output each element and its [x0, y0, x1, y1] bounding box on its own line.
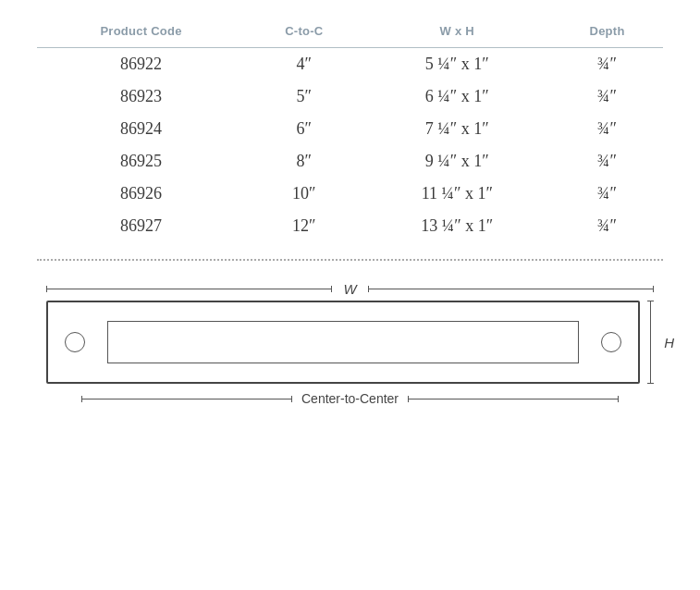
- center-cutout: [107, 321, 579, 363]
- cell-depth-5: ¾″: [551, 210, 663, 242]
- col-header-product-code: Product Code: [37, 18, 245, 48]
- cell-wxh-0: 5 ¼″ x 1″: [362, 48, 551, 81]
- cell-depth-2: ¾″: [551, 113, 663, 145]
- plate-row: H: [46, 301, 654, 384]
- table-row: 869258″9 ¼″ x 1″¾″: [37, 145, 663, 178]
- cell-wxh-1: 6 ¼″ x 1″: [362, 80, 551, 113]
- product-table: Product Code C-to-C W x H Depth 869224″5…: [37, 18, 663, 242]
- col-header-depth: Depth: [551, 18, 663, 48]
- cell-code-1: 86923: [37, 80, 245, 113]
- w-line-right: [368, 289, 654, 289]
- cell-ctc-5: 12″: [245, 210, 362, 242]
- table-row: 8692610″11 ¼″ x 1″¾″: [37, 178, 663, 210]
- h-tick-bottom: [647, 383, 654, 384]
- h-bracket: H: [647, 301, 654, 384]
- right-hole: [601, 332, 621, 352]
- cell-ctc-3: 8″: [245, 145, 362, 178]
- col-header-wxh: W x H: [362, 18, 551, 48]
- cell-code-4: 86926: [37, 178, 245, 210]
- left-hole: [65, 332, 85, 352]
- diagram-section: W H Center-to-Cen: [37, 281, 663, 406]
- page-wrapper: Product Code C-to-C W x H Depth 869224″5…: [37, 18, 663, 406]
- ctc-row: Center-to-Center: [46, 391, 654, 406]
- cell-depth-4: ¾″: [551, 178, 663, 210]
- cell-wxh-4: 11 ¼″ x 1″: [362, 178, 551, 210]
- cell-code-5: 86927: [37, 210, 245, 242]
- ctc-line-right: [408, 399, 619, 399]
- cell-depth-1: ¾″: [551, 80, 663, 113]
- table-row: 869235″6 ¼″ x 1″¾″: [37, 80, 663, 113]
- h-label: H: [664, 335, 674, 350]
- w-line-left: [46, 289, 332, 289]
- cell-code-0: 86922: [37, 48, 245, 81]
- cell-code-2: 86924: [37, 113, 245, 145]
- cell-wxh-2: 7 ¼″ x 1″: [362, 113, 551, 145]
- ctc-label: Center-to-Center: [292, 391, 408, 406]
- table-row: 869224″5 ¼″ x 1″¾″: [37, 48, 663, 81]
- table-row: 8692712″13 ¼″ x 1″¾″: [37, 210, 663, 242]
- cell-ctc-4: 10″: [245, 178, 362, 210]
- plate-diagram: [46, 301, 640, 384]
- cell-code-3: 86925: [37, 145, 245, 178]
- cell-depth-0: ¾″: [551, 48, 663, 81]
- w-label: W: [332, 281, 367, 297]
- cell-ctc-0: 4″: [245, 48, 362, 81]
- h-dimension-col: H: [647, 301, 654, 384]
- col-header-ctc: C-to-C: [245, 18, 362, 48]
- w-dimension-row: W: [46, 281, 654, 297]
- cell-ctc-2: 6″: [245, 113, 362, 145]
- table-row: 869246″7 ¼″ x 1″¾″: [37, 113, 663, 145]
- h-vert-line: [650, 301, 651, 383]
- ctc-line-left: [81, 399, 292, 399]
- cell-wxh-5: 13 ¼″ x 1″: [362, 210, 551, 242]
- cell-wxh-3: 9 ¼″ x 1″: [362, 145, 551, 178]
- cell-depth-3: ¾″: [551, 145, 663, 178]
- cell-ctc-1: 5″: [245, 80, 362, 113]
- section-divider: [37, 259, 663, 261]
